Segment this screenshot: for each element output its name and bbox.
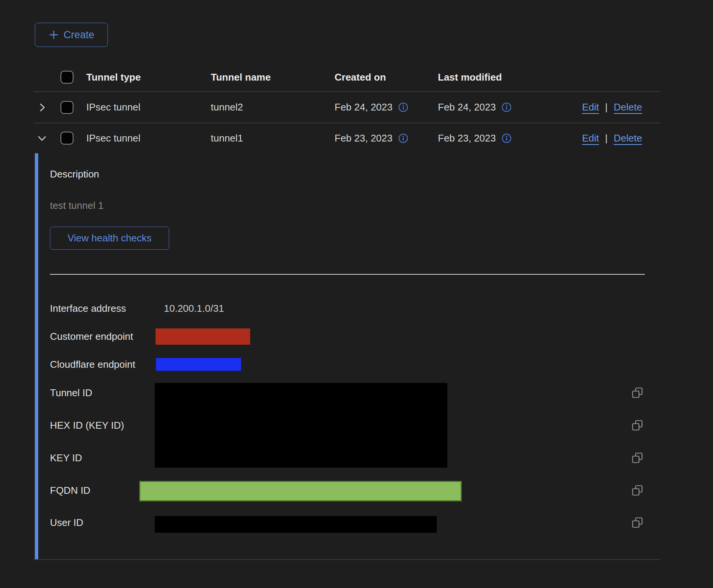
expanded-row-panel: Description test tunnel 1 View health ch… [35, 153, 662, 560]
fqdn-id-redacted-value [139, 481, 462, 501]
table-row: IPsec tunnel tunnel1 Feb 23, 2023 Feb 23… [33, 123, 660, 153]
field-label-cloudflare-endpoint: Cloudflare endpoint [50, 357, 135, 372]
header-created-on: Created on [335, 63, 386, 92]
copy-icon[interactable] [632, 387, 643, 398]
header-tunnel-name: Tunnel name [211, 63, 271, 92]
action-separator: | [605, 132, 608, 144]
info-icon[interactable] [398, 102, 408, 112]
table-header-row: Tunnel type Tunnel name Created on Last … [33, 63, 660, 92]
field-label-user-id: User ID [50, 515, 83, 530]
plus-icon [48, 30, 59, 40]
user-id-redacted-value [155, 516, 437, 533]
delete-link[interactable]: Delete [614, 101, 642, 113]
tunnels-page: Create Tunnel type Tunnel name Created o… [0, 0, 713, 588]
edit-link[interactable]: Edit [582, 101, 599, 113]
tunnel-type-cell: IPsec tunnel [86, 123, 140, 153]
cloudflare-endpoint-redacted-value [156, 358, 241, 371]
tunnel-name-cell: tunnel1 [211, 123, 243, 153]
field-label-tunnel-id: Tunnel ID [50, 385, 92, 400]
info-icon[interactable] [501, 133, 512, 143]
table-bottom-divider [33, 559, 660, 560]
delete-link[interactable]: Delete [614, 132, 642, 144]
field-value-interface-address: 10.200.1.0/31 [164, 301, 224, 316]
copy-icon[interactable] [632, 517, 643, 528]
view-health-checks-button[interactable]: View health checks [50, 227, 169, 250]
field-label-interface-address: Interface address [50, 301, 126, 316]
ids-redacted-block [155, 383, 447, 468]
copy-icon[interactable] [632, 420, 643, 431]
header-last-modified: Last modified [438, 63, 502, 92]
created-on-cell: Feb 23, 2023 [335, 132, 392, 144]
tunnel-type-cell: IPsec tunnel [86, 92, 140, 123]
create-button[interactable]: Create [35, 23, 108, 47]
tunnel-name-cell: tunnel2 [211, 92, 243, 123]
info-icon[interactable] [501, 102, 512, 112]
last-modified-cell: Feb 24, 2023 [438, 101, 496, 113]
description-value: test tunnel 1 [50, 198, 104, 213]
chevron-down-icon[interactable] [36, 132, 48, 144]
action-separator: | [605, 101, 608, 113]
field-label-hex-id: HEX ID (KEY ID) [50, 418, 124, 433]
field-label-customer-endpoint: Customer endpoint [50, 329, 133, 344]
edit-link[interactable]: Edit [582, 132, 599, 144]
description-label: Description [50, 166, 99, 182]
header-tunnel-type: Tunnel type [86, 63, 141, 92]
view-health-checks-label: View health checks [67, 232, 151, 244]
row-checkbox[interactable] [61, 101, 73, 114]
create-button-label: Create [64, 29, 94, 41]
expanded-accent-bar [35, 153, 38, 560]
select-all-checkbox[interactable] [61, 71, 73, 84]
field-label-fqdn-id: FQDN ID [50, 483, 90, 498]
created-on-cell: Feb 24, 2023 [335, 101, 392, 113]
field-label-key-id: KEY ID [50, 450, 82, 465]
copy-icon[interactable] [632, 485, 643, 496]
customer-endpoint-redacted-value [156, 328, 250, 345]
chevron-right-icon[interactable] [36, 102, 48, 113]
row-checkbox[interactable] [61, 132, 73, 145]
last-modified-cell: Feb 23, 2023 [438, 132, 496, 144]
copy-icon[interactable] [632, 453, 643, 463]
panel-divider [50, 274, 645, 275]
info-icon[interactable] [398, 133, 408, 143]
table-row: IPsec tunnel tunnel2 Feb 24, 2023 Feb 24… [33, 92, 660, 123]
